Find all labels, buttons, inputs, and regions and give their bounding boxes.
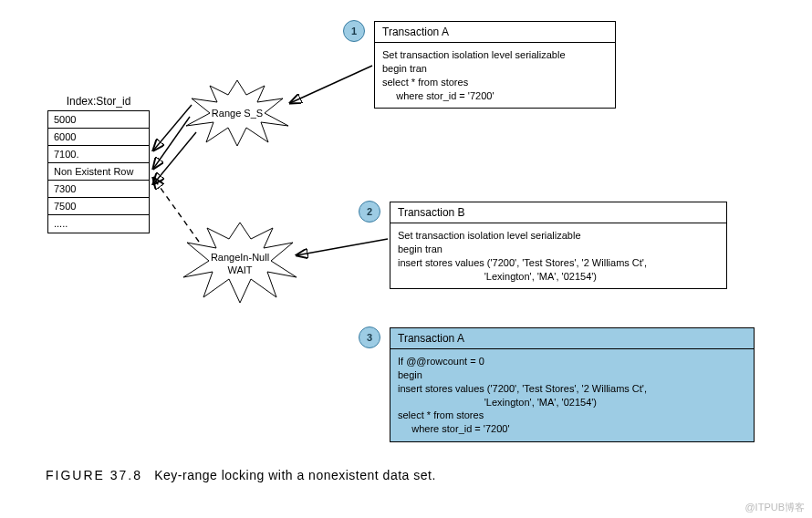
starburst-label-line2: WAIT: [227, 264, 252, 275]
index-row: .....: [48, 215, 149, 233]
transaction-body: If @@rowcount = 0 begin insert stores va…: [390, 349, 754, 441]
index-body: 5000 6000 7100. Non Existent Row 7300 75…: [47, 110, 150, 233]
figure-caption: FIGURE 37.8 Key-range locking with a non…: [46, 468, 436, 482]
transaction-body: Set transaction isolation level serializ…: [375, 43, 615, 108]
transaction-header: Transaction A: [390, 328, 754, 349]
transaction-body: Set transaction isolation level serializ…: [390, 223, 726, 288]
index-row: 7100.: [48, 146, 149, 163]
index-row: 7300: [48, 181, 149, 198]
index-row: 5000: [48, 111, 149, 129]
transaction-b-box: Transaction B Set transaction isolation …: [390, 202, 727, 289]
index-header: Index:Stor_id: [47, 95, 150, 108]
figure-number: FIGURE 37.8: [46, 468, 142, 482]
index-table: Index:Stor_id 5000 6000 7100. Non Existe…: [47, 95, 150, 233]
starburst-rangein-null: RangeIn-Null WAIT: [182, 221, 298, 305]
starburst-range-ss: Range S_S: [184, 78, 290, 148]
figure-text: Key-range locking with a nonexistent dat…: [154, 468, 436, 482]
svg-marker-1: [183, 223, 297, 303]
index-row: 7500: [48, 198, 149, 215]
step-marker-1: 1: [343, 20, 365, 42]
step-marker-2: 2: [359, 201, 380, 223]
transaction-header: Transaction B: [390, 202, 726, 223]
index-row: 6000: [48, 129, 149, 146]
transaction-header: Transaction A: [375, 22, 615, 43]
watermark: @ITPUB博客: [744, 501, 805, 514]
transaction-a-box: Transaction A Set transaction isolation …: [374, 21, 616, 109]
index-row: Non Existent Row: [48, 163, 149, 181]
starburst-label-line1: RangeIn-Null: [211, 252, 269, 263]
svg-line-2: [290, 66, 372, 103]
svg-line-6: [297, 239, 388, 255]
step-marker-3: 3: [359, 326, 380, 348]
transaction-a2-box: Transaction A If @@rowcount = 0 begin in…: [390, 327, 755, 442]
starburst-label: Range S_S: [212, 108, 263, 119]
